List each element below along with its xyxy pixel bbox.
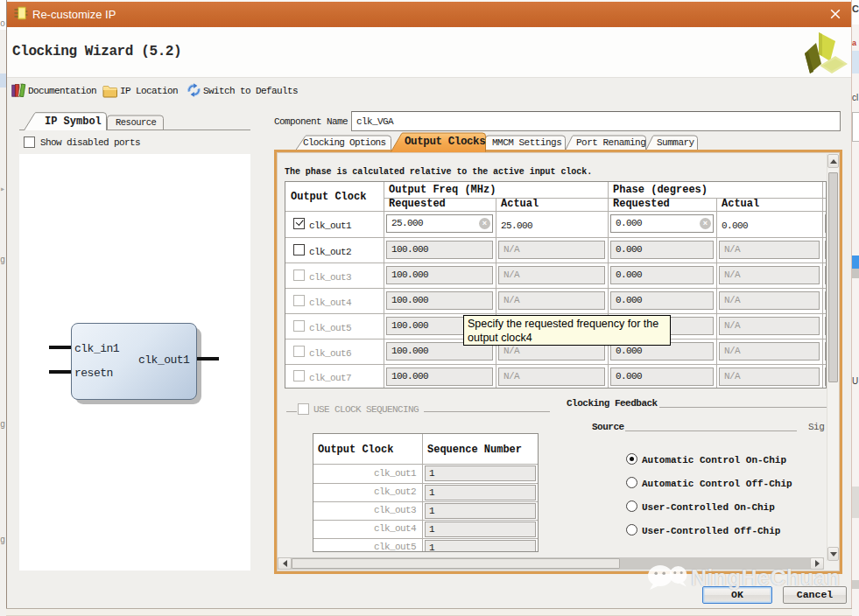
port-stub-clk-in1 — [49, 346, 71, 349]
tab-summary[interactable]: Summary — [645, 135, 698, 150]
background-window-right-sliver: C a cl U — [852, 0, 859, 616]
tab-ip-symbol[interactable]: IP Symbol — [24, 112, 107, 130]
freq-requested-input-clk-out3[interactable]: 100.000 — [386, 266, 493, 284]
row-checkbox-clk-out1[interactable] — [293, 218, 305, 229]
show-disabled-ports-checkbox[interactable] — [24, 136, 35, 148]
tooltip-line1: Specify the requested frequency for the — [468, 317, 666, 331]
row-checkbox-clk-out2[interactable] — [293, 244, 305, 256]
group-line — [286, 411, 297, 412]
grid-line — [496, 198, 496, 388]
titlebar[interactable] — [7, 2, 851, 27]
dialog-left-edge — [6, 0, 7, 616]
phase-requested-input-clk-out3[interactable]: 0.000 — [610, 266, 714, 284]
scroll-down-button[interactable] — [827, 547, 839, 561]
tab-mmcm-settings-label: MMCM Settings — [492, 137, 561, 148]
ip-location-button[interactable]: IP Location — [120, 86, 178, 96]
radio-label-user-controlled-on-chip[interactable]: User-Controlled On-Chip — [642, 502, 775, 513]
row-checkbox-clk-out5[interactable] — [293, 320, 305, 332]
horizontal-scrollbar-thumb[interactable] — [292, 558, 620, 570]
radio-label-user-controlled-off-chip[interactable]: User-Controlled Off-Chip — [642, 526, 780, 536]
background-fragment: U — [852, 376, 858, 386]
tab-output-clocks-active[interactable]: Output Clocks — [391, 132, 486, 152]
phase-requested-input-clk-out2[interactable]: 0.000 — [610, 241, 714, 259]
sequence-number-input-clk-out2[interactable]: 1 — [425, 485, 536, 500]
switch-defaults-refresh-icon — [187, 83, 201, 102]
radio-user-controlled-on-chip[interactable] — [626, 500, 637, 512]
row-label: clk_out7 — [309, 373, 351, 383]
phase-actual-box: N/A — [719, 368, 820, 386]
documentation-books-icon-graphic — [11, 83, 26, 97]
sequence-table: Output Clock Sequence Number clk_out1 1 … — [313, 433, 539, 552]
folder-icon — [102, 85, 118, 102]
radio-user-controlled-off-chip[interactable] — [626, 524, 637, 536]
phase-actual-box: N/A — [719, 291, 820, 310]
watermark-text: NingHeChuan — [691, 565, 841, 591]
tab-port-renaming[interactable]: Port Renaming — [565, 135, 646, 150]
group-line — [659, 407, 827, 408]
sequence-number-input-clk-out1[interactable]: 1 — [425, 466, 536, 481]
scroll-up-button[interactable] — [827, 154, 839, 168]
background-fragment — [852, 486, 859, 518]
grid-line — [313, 464, 538, 465]
phase-actual-value: 0.000 — [722, 220, 748, 231]
port-label-clk-in1: clk_in1 — [74, 342, 119, 355]
tab-output-clocks-label: Output Clocks — [405, 136, 485, 148]
scroll-left-button[interactable] — [278, 557, 292, 570]
show-disabled-ports-label: Show disabled ports — [40, 137, 140, 148]
vertical-scrollbar[interactable] — [827, 154, 839, 561]
col-header-freq-actual: Actual — [501, 198, 539, 210]
tab-ip-symbol-label: IP Symbol — [45, 116, 102, 128]
close-icon[interactable] — [827, 6, 844, 22]
seq-row-label: clk_out1 — [317, 468, 416, 479]
row-label: clk_out5 — [309, 323, 351, 333]
grid-line — [384, 182, 384, 388]
xilinx-logo-graphic — [801, 32, 848, 80]
tab-port-renaming-label: Port Renaming — [576, 137, 645, 148]
freq-requested-input-clk-out2[interactable]: 100.000 — [386, 241, 493, 259]
row-checkbox-clk-out4[interactable] — [293, 295, 305, 306]
col-header-phase-actual: Actual — [722, 198, 759, 210]
use-clock-sequencing-checkbox[interactable] — [298, 403, 309, 415]
sequence-number-input-clk-out4[interactable]: 1 — [425, 522, 536, 537]
component-name-label: Component Name — [274, 116, 348, 127]
row-checkbox-clk-out7[interactable] — [293, 370, 305, 382]
radio-automatic-control-off-chip[interactable] — [626, 477, 637, 488]
sequence-number-input-clk-out5[interactable]: 1 — [425, 540, 536, 552]
wechat-logo-icon — [645, 561, 691, 594]
port-label-clk-out1: clk_out1 — [138, 354, 189, 367]
tab-mmcm-settings[interactable]: MMCM Settings — [485, 135, 566, 150]
close-icon-graphic — [830, 9, 841, 19]
group-line — [424, 411, 550, 412]
tab-clocking-options[interactable]: Clocking Options — [295, 135, 391, 150]
col-header-phase-requested: Requested — [613, 198, 670, 210]
freq-requested-input-clk-out7[interactable]: 100.000 — [386, 368, 493, 386]
phase-note: The phase is calculated relative to the … — [285, 167, 592, 177]
freq-requested-input-clk-out1[interactable]: 25.000 — [386, 214, 493, 233]
phase-requested-input-clk-out1[interactable]: 0.000 — [610, 214, 714, 233]
clear-input-icon[interactable]: × — [700, 218, 711, 229]
row-checkbox-clk-out6[interactable] — [293, 346, 305, 357]
documentation-button[interactable]: Documentation — [28, 86, 96, 96]
switch-to-defaults-button[interactable]: Switch to Defaults — [203, 86, 298, 96]
freq-requested-input-clk-out4[interactable]: 100.000 — [386, 291, 493, 310]
phase-requested-input-clk-out7[interactable]: 0.000 — [610, 368, 714, 386]
phase-requested-input-clk-out4[interactable]: 0.000 — [610, 291, 714, 310]
clear-input-icon[interactable]: × — [479, 218, 490, 229]
component-name-input[interactable] — [351, 111, 841, 131]
row-checkbox-clk-out3[interactable] — [293, 270, 305, 281]
col-header-phase: Phase (degrees) — [613, 184, 708, 196]
grid-line — [285, 364, 826, 365]
dialog-title: Re-customize IP — [32, 8, 116, 21]
background-fragment: ▸ — [0, 184, 5, 194]
radio-automatic-control-on-chip[interactable] — [626, 453, 637, 465]
row-label: clk_out6 — [309, 348, 351, 359]
sequence-number-input-clk-out3[interactable]: 1 — [425, 503, 536, 519]
watermark: NingHeChuan — [645, 561, 841, 594]
radio-label-automatic-control-on-chip[interactable]: Automatic Control On-Chip — [642, 455, 786, 466]
tab-resource[interactable]: Resource — [107, 115, 164, 130]
refresh-icon-graphic — [187, 83, 201, 97]
freq-actual-box: N/A — [498, 266, 605, 284]
radio-label-automatic-control-off-chip[interactable]: Automatic Control Off-Chip — [642, 479, 792, 489]
check-icon — [295, 218, 303, 226]
vertical-scrollbar-thumb[interactable] — [828, 172, 838, 382]
